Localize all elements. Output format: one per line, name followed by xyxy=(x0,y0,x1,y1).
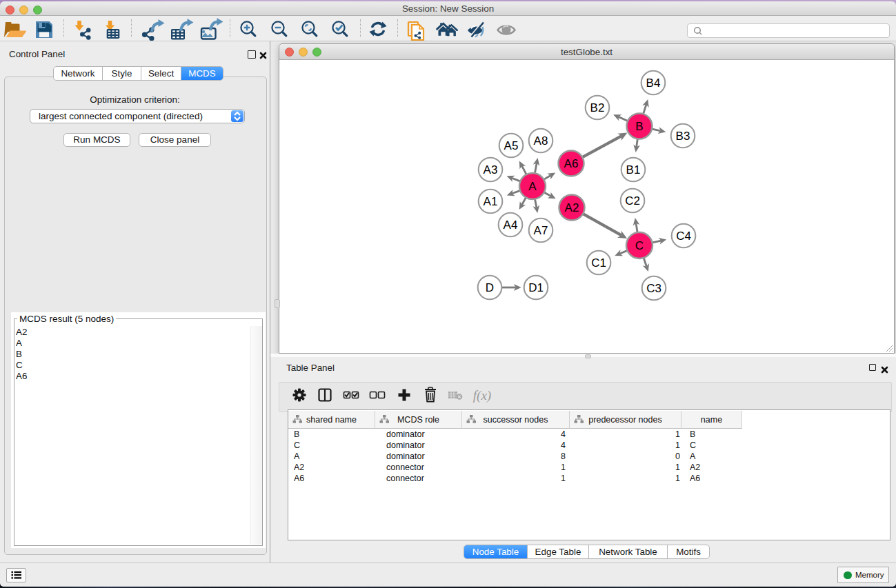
svg-text:A: A xyxy=(528,180,537,193)
svg-text:B3: B3 xyxy=(676,130,690,143)
svg-text:A6: A6 xyxy=(564,157,579,170)
svg-text:C: C xyxy=(635,239,644,252)
svg-text:A8: A8 xyxy=(534,134,548,148)
svg-text:B1: B1 xyxy=(626,163,641,176)
svg-text:f(x): f(x) xyxy=(473,388,491,403)
svg-text:C1: C1 xyxy=(591,256,606,270)
svg-text:A4: A4 xyxy=(504,219,518,232)
svg-text:B2: B2 xyxy=(590,101,605,114)
svg-text:A1: A1 xyxy=(484,195,498,208)
svg-text:A3: A3 xyxy=(484,163,498,176)
svg-text:C4: C4 xyxy=(676,230,691,243)
svg-text:D: D xyxy=(486,281,494,294)
svg-text:B: B xyxy=(635,120,643,133)
svg-text:A5: A5 xyxy=(504,139,519,152)
svg-text:B4: B4 xyxy=(646,77,661,90)
svg-text:A7: A7 xyxy=(534,224,548,237)
svg-text:A2: A2 xyxy=(565,201,579,214)
svg-text:D1: D1 xyxy=(528,281,544,294)
svg-text:C3: C3 xyxy=(646,282,661,295)
svg-text:C2: C2 xyxy=(625,194,640,207)
